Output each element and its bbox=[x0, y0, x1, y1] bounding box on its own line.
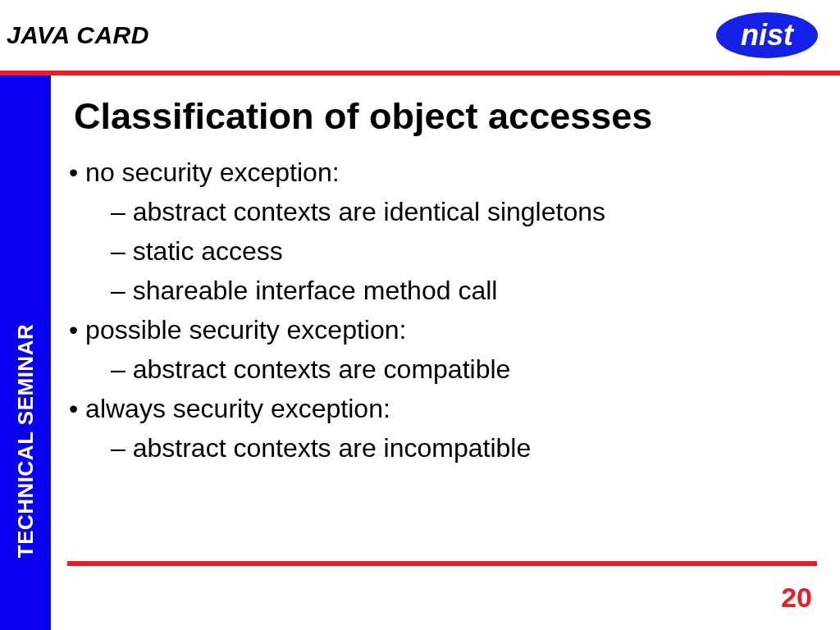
header-topic: JAVA CARD bbox=[7, 21, 149, 49]
bullet-level1: no security exception: bbox=[67, 153, 817, 192]
bullet-list: no security exception:abstract contexts … bbox=[67, 153, 817, 468]
bullet-level1: always security exception: bbox=[67, 389, 817, 428]
bullet-level1: possible security exception: bbox=[67, 310, 817, 349]
nist-logo-icon: nist bbox=[714, 11, 820, 60]
bullet-level2: abstract contexts are identical singleto… bbox=[67, 192, 817, 231]
slide-title: Classification of object accesses bbox=[74, 95, 817, 138]
bullet-level2: shareable interface method call bbox=[67, 271, 817, 310]
page-number: 20 bbox=[781, 582, 812, 614]
bullet-level2: abstract contexts are incompatible bbox=[67, 428, 817, 468]
sidebar: TECHNICAL SEMINAR bbox=[0, 75, 51, 630]
sidebar-label: TECHNICAL SEMINAR bbox=[13, 324, 39, 558]
header: JAVA CARD nist bbox=[0, 0, 840, 71]
bullet-level2: abstract contexts are compatible bbox=[67, 349, 817, 389]
nist-logo-text: nist bbox=[741, 18, 795, 52]
content: Classification of object accesses no sec… bbox=[51, 75, 840, 630]
bullet-level2: static access bbox=[67, 231, 817, 271]
divider-bottom bbox=[67, 561, 817, 566]
slide: JAVA CARD nist TECHNICAL SEMINAR Classif… bbox=[0, 0, 840, 630]
